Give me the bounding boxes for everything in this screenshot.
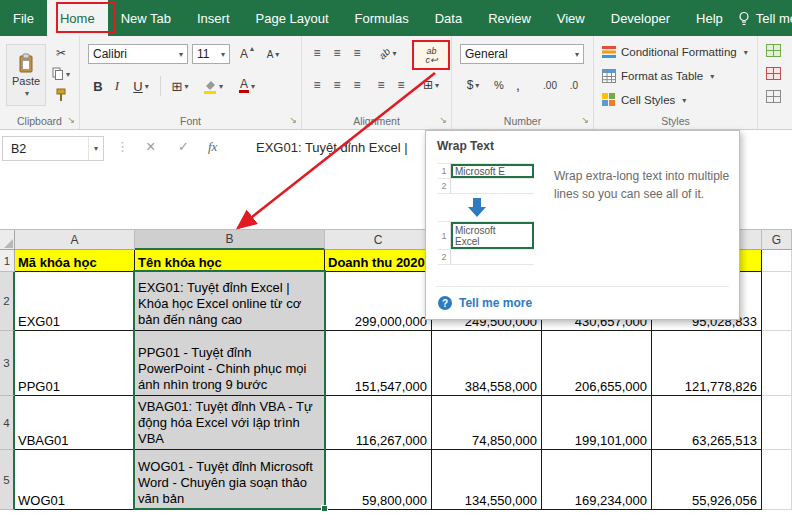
- accounting-format-button[interactable]: $ ▾: [460, 76, 486, 94]
- cell-f3[interactable]: 121,778,826: [652, 331, 762, 396]
- comma-style-button[interactable]: ,: [510, 76, 526, 94]
- select-all-corner[interactable]: [0, 230, 15, 250]
- clipboard-dialog-launcher[interactable]: ↘: [67, 115, 75, 125]
- borders-button[interactable]: ⊞ ▾: [166, 76, 194, 96]
- cell-g2[interactable]: [762, 272, 792, 331]
- cell-c5[interactable]: 59,800,000: [325, 450, 432, 510]
- tab-insert[interactable]: Insert: [184, 0, 243, 36]
- conditional-formatting-button[interactable]: Conditional Formatting ▾: [602, 42, 748, 62]
- chevron-down-icon[interactable]: ▾: [88, 137, 103, 160]
- tab-developer[interactable]: Developer: [598, 0, 683, 36]
- tell-me-box[interactable]: Tell me w: [736, 0, 792, 36]
- increase-font-size-button[interactable]: A▴: [236, 44, 258, 64]
- tab-new-tab[interactable]: New Tab: [108, 0, 184, 36]
- tab-formulas[interactable]: Formulas: [342, 0, 422, 36]
- underline-button[interactable]: U ▾: [128, 76, 154, 96]
- tab-home[interactable]: Home: [47, 0, 108, 36]
- col-header-b[interactable]: B: [135, 230, 325, 250]
- decrease-decimal-button[interactable]: .0: [564, 76, 584, 94]
- number-dialog-launcher[interactable]: ↘: [581, 115, 589, 125]
- col-header-g[interactable]: G: [762, 230, 792, 250]
- percent-style-button[interactable]: %: [490, 76, 508, 94]
- copy-button[interactable]: ▾: [48, 66, 74, 82]
- number-format-combo[interactable]: General ▾: [460, 44, 584, 64]
- row-header-1[interactable]: 1: [0, 250, 15, 272]
- cell-b5[interactable]: WOG01 - Tuyệt đỉnh Microsoft Word - Chuy…: [135, 450, 325, 510]
- alignment-dialog-launcher[interactable]: ↘: [439, 115, 447, 125]
- paste-button[interactable]: Paste ▾: [6, 44, 46, 106]
- format-cells-button[interactable]: [766, 90, 781, 103]
- tab-view[interactable]: View: [544, 0, 598, 36]
- cell-c4[interactable]: 116,267,000: [325, 396, 432, 450]
- insert-function-icon[interactable]: fx: [208, 139, 217, 155]
- font-dialog-launcher[interactable]: ↘: [289, 115, 297, 125]
- align-right-button[interactable]: ≡: [348, 76, 366, 94]
- middle-align-button[interactable]: ≡: [328, 44, 346, 62]
- italic-button[interactable]: I: [110, 76, 124, 96]
- row-header-4[interactable]: 4: [0, 396, 15, 450]
- cell-f5[interactable]: 55,926,056: [652, 450, 762, 510]
- insert-cells-button[interactable]: [766, 44, 781, 57]
- cell-g4[interactable]: [762, 396, 792, 450]
- decrease-indent-button[interactable]: ≡: [372, 76, 390, 94]
- cell-g3[interactable]: [762, 331, 792, 396]
- cell-c2[interactable]: 299,000,000: [325, 272, 432, 331]
- col-header-a[interactable]: A: [15, 230, 135, 250]
- increase-decimal-button[interactable]: .00: [538, 76, 562, 94]
- center-button[interactable]: ≡: [328, 76, 346, 94]
- format-painter-button[interactable]: [50, 87, 72, 103]
- row-header-2[interactable]: 2: [0, 272, 15, 331]
- formula-bar-content[interactable]: EXG01: Tuyệt đỉnh Excel |: [256, 140, 408, 155]
- cell-b2-active[interactable]: EXG01: Tuyệt đỉnh Excel | Khóa học Excel…: [135, 272, 325, 331]
- cell-c1[interactable]: Doanh thu 2020: [325, 250, 432, 272]
- cell-d5[interactable]: 134,550,000: [432, 450, 542, 510]
- col-header-c[interactable]: C: [325, 230, 432, 250]
- cancel-icon[interactable]: ×: [146, 138, 155, 156]
- cell-a5[interactable]: WOG01: [15, 450, 135, 510]
- row-header-5[interactable]: 5: [0, 450, 15, 510]
- decrease-font-size-button[interactable]: A▾: [262, 44, 284, 64]
- cell-g5[interactable]: [762, 450, 792, 510]
- orientation-button[interactable]: ab ▾: [372, 44, 404, 62]
- tab-data[interactable]: Data: [422, 0, 475, 36]
- tab-help[interactable]: Help: [683, 0, 736, 36]
- cell-e3[interactable]: 206,655,000: [542, 331, 652, 396]
- font-color-button[interactable]: A ▾: [232, 76, 262, 96]
- font-name-combo[interactable]: Calibri ▾: [88, 44, 188, 64]
- fill-color-button[interactable]: ▾: [198, 76, 228, 96]
- bold-button[interactable]: B: [90, 76, 106, 96]
- cell-a2[interactable]: EXG01: [15, 272, 135, 331]
- top-align-button[interactable]: ≡: [308, 44, 326, 62]
- wrap-text-button[interactable]: ab c↩: [415, 42, 448, 69]
- increase-indent-button[interactable]: ≡: [392, 76, 410, 94]
- merge-center-button[interactable]: ⊞ ▾: [415, 76, 447, 94]
- cell-b3[interactable]: PPG01 - Tuyệt đỉnh PowerPoint - Chinh ph…: [135, 331, 325, 396]
- cell-a3[interactable]: PPG01: [15, 331, 135, 396]
- format-as-table-button[interactable]: Format as Table ▾: [602, 66, 714, 86]
- cell-f4[interactable]: 63,265,513: [652, 396, 762, 450]
- row-header-3[interactable]: 3: [0, 331, 15, 396]
- tell-me-more-link[interactable]: ? Tell me more: [438, 296, 532, 310]
- cell-e4[interactable]: 199,101,000: [542, 396, 652, 450]
- tab-file[interactable]: File: [0, 0, 47, 36]
- cell-d4[interactable]: 74,850,000: [432, 396, 542, 450]
- bottom-align-button[interactable]: ≡: [348, 44, 366, 62]
- cell-a1[interactable]: Mã khóa học: [15, 250, 135, 272]
- cell-g1[interactable]: [762, 250, 792, 272]
- cell-a4[interactable]: VBAG01: [15, 396, 135, 450]
- enter-icon[interactable]: ✓: [178, 139, 189, 154]
- font-size-combo[interactable]: 11 ▾: [192, 44, 230, 64]
- cell-c3[interactable]: 151,547,000: [325, 331, 432, 396]
- tab-page-layout[interactable]: Page Layout: [243, 0, 342, 36]
- align-left-button[interactable]: ≡: [308, 76, 326, 94]
- tab-review[interactable]: Review: [475, 0, 544, 36]
- cut-button[interactable]: ✂: [50, 45, 72, 61]
- delete-cells-button[interactable]: [766, 67, 781, 80]
- cell-d3[interactable]: 384,558,000: [432, 331, 542, 396]
- cell-b4[interactable]: VBAG01: Tuyệt đỉnh VBA - Tự động hóa Exc…: [135, 396, 325, 450]
- cell-b1[interactable]: Tên khóa học: [135, 250, 325, 272]
- formula-bar-grip[interactable]: ⋮: [116, 139, 129, 154]
- name-box[interactable]: B2 ▾: [2, 136, 104, 161]
- cell-styles-button[interactable]: Cell Styles ▾: [602, 90, 686, 110]
- cell-e5[interactable]: 169,234,000: [542, 450, 652, 510]
